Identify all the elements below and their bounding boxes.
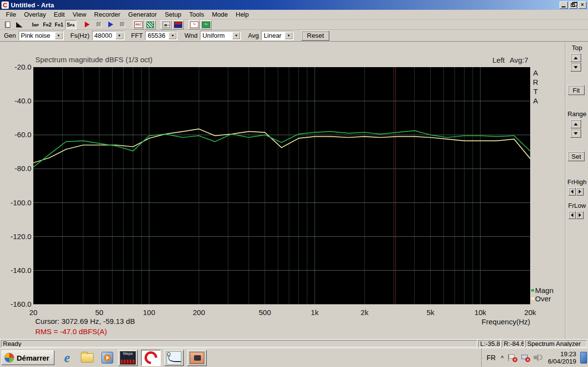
range-up-button[interactable] — [570, 120, 581, 128]
series-magn — [33, 131, 530, 167]
window-title: Untitled - Arta — [11, 1, 54, 9]
new-file-button[interactable] — [2, 20, 13, 29]
taskbar-clock[interactable]: 19:23 6/04/2019 — [548, 350, 576, 365]
tray-expand-icon[interactable]: ^ — [501, 355, 504, 361]
arrow-right-icon — [579, 213, 581, 217]
range-down-button[interactable] — [570, 129, 581, 138]
top-up-button[interactable] — [570, 53, 581, 62]
taskbar: Démarrer e Steps Ω FR ^ x x 19:23 6/04/2… — [0, 348, 588, 367]
status-bar: Ready L:-35.8dB R:-84.6dB Spectrum Analy… — [0, 339, 588, 348]
security-alert-icon[interactable]: x — [508, 353, 517, 362]
menu-overlay[interactable]: Overlay — [20, 10, 50, 19]
steps-app-icon: Steps — [120, 351, 136, 365]
frhigh-right-button[interactable] — [576, 188, 584, 196]
play-stop-button[interactable] — [117, 20, 128, 29]
averaging-select[interactable]: Linear▼ — [261, 31, 294, 40]
imp-mode-button[interactable]: Imp — [30, 20, 41, 29]
record-stop-button[interactable] — [93, 20, 104, 29]
arrow-down-icon — [574, 132, 578, 135]
media-player-icon[interactable] — [100, 350, 115, 365]
spa-mode-button-label: Spa — [67, 22, 74, 27]
fr1-mode-button-label: Fr1 — [55, 22, 63, 27]
volume-icon[interactable] — [533, 353, 543, 362]
chevron-down-icon[interactable]: ▼ — [169, 32, 176, 39]
rms-readout: RMS = -47.0 dBFS(A) — [35, 327, 107, 336]
record-button[interactable] — [81, 20, 93, 29]
fit-button[interactable]: Fit — [568, 85, 585, 95]
range-label: Range — [566, 110, 588, 118]
close-button[interactable]: × — [578, 1, 587, 9]
sample-rate-select-label: Fs(Hz) — [71, 32, 90, 39]
y-tick-label: -20.0 — [1, 63, 31, 71]
internet-explorer-icon[interactable]: e — [60, 350, 74, 365]
taskbar-item-steps[interactable]: Steps — [118, 350, 138, 366]
menu-file[interactable]: File — [2, 10, 20, 19]
top-down-button[interactable] — [570, 63, 581, 72]
window-select[interactable]: Uniform▼ — [200, 31, 241, 40]
fr2-mode-button[interactable]: Fr2 — [42, 20, 53, 29]
sample-rate-select[interactable]: 48000▼ — [92, 31, 124, 40]
spa-mode-button[interactable]: Spa — [65, 20, 76, 29]
wedge-icon — [16, 22, 23, 27]
y-tick-label: -160.0 — [1, 300, 31, 308]
frhigh-left-button[interactable] — [568, 188, 576, 196]
legend-label: Magn — [535, 286, 554, 294]
frlow-left-button[interactable] — [568, 211, 576, 219]
taskbar-item-arta[interactable] — [141, 350, 161, 366]
clock-date: 6/04/2019 — [548, 358, 576, 365]
language-indicator[interactable]: FR — [487, 354, 496, 362]
capture-app-icon — [190, 352, 204, 364]
signal-wedge-button[interactable] — [14, 20, 25, 29]
channel-label: Left — [492, 56, 505, 64]
signal-generator-red-button[interactable]: ~ — [189, 20, 200, 29]
x-tick-label: 50 — [85, 308, 114, 317]
chevron-down-icon[interactable]: ▼ — [285, 32, 293, 39]
system-tray: FR ^ x x 19:23 6/04/2019 — [481, 348, 588, 367]
generator-select[interactable]: Pink noise▼ — [19, 31, 64, 40]
level-meter-button[interactable] — [172, 20, 184, 29]
menu-tools[interactable]: Tools — [185, 10, 208, 19]
frlow-right-button[interactable] — [576, 211, 584, 219]
network-disconnected-icon[interactable]: x — [520, 353, 530, 362]
file-explorer-icon[interactable] — [80, 350, 95, 365]
menu-help[interactable]: Help — [232, 10, 253, 19]
menu-setup[interactable]: Setup — [161, 10, 185, 19]
minimize-icon — [562, 6, 565, 7]
x-tick-label: 200 — [184, 308, 214, 317]
fr1-mode-button[interactable]: Fr1 — [53, 20, 65, 29]
set-button[interactable]: Set — [568, 151, 585, 161]
fft-size-select[interactable]: 65536▼ — [145, 31, 177, 40]
frhigh-label: FrHigh — [566, 178, 588, 186]
play-button[interactable] — [105, 20, 116, 29]
signal-generator-green-button[interactable]: ~ — [200, 20, 212, 29]
arrow-left-icon — [571, 213, 573, 217]
menu-mode[interactable]: Mode — [208, 10, 232, 19]
window-select-label: Wnd — [184, 32, 197, 39]
averaging-select-label: Avg — [248, 32, 259, 39]
scope-button[interactable] — [145, 20, 156, 29]
show-desktop-icon[interactable] — [580, 352, 587, 364]
taskbar-item-capture[interactable] — [187, 350, 207, 366]
legend-item-over: Over — [531, 294, 554, 303]
fft-size-select-label: FFT — [131, 32, 143, 39]
menu-view[interactable]: View — [69, 10, 90, 19]
levels-icon — [174, 22, 182, 28]
legend-color-swatch — [531, 289, 534, 292]
rec-icon: REC — [134, 22, 143, 28]
restore-button[interactable] — [569, 1, 577, 9]
chevron-down-icon[interactable]: ▼ — [55, 32, 63, 39]
start-button[interactable]: Démarrer — [1, 350, 54, 365]
spectrum-plot[interactable] — [33, 67, 530, 304]
arrow-up-icon — [574, 123, 578, 125]
chevron-down-icon[interactable]: ▼ — [232, 32, 240, 39]
minimize-button[interactable] — [560, 1, 568, 9]
mic-button[interactable] — [161, 20, 172, 29]
menu-recorder[interactable]: Recorder — [90, 10, 124, 19]
chevron-down-icon[interactable]: ▼ — [116, 32, 123, 39]
rec-setup-button[interactable]: REC — [133, 20, 144, 29]
controls-row: GenPink noise▼Fs(Hz)48000▼FFT65536▼WndUn… — [0, 30, 588, 42]
menu-generator[interactable]: Generator — [124, 10, 161, 19]
taskbar-item-limp[interactable]: Ω — [164, 350, 184, 366]
reset-button[interactable]: Reset — [301, 31, 329, 41]
menu-edit[interactable]: Edit — [50, 10, 69, 19]
